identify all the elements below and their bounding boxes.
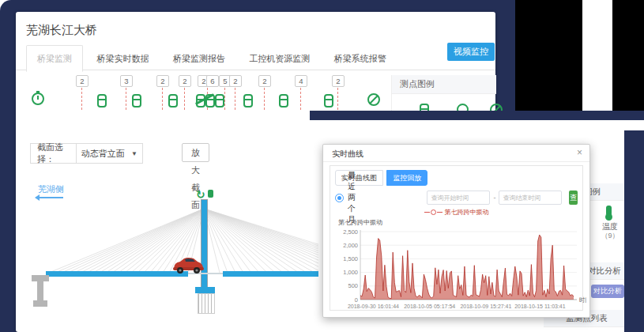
svg-text:2018-10-05 05:17:54: 2018-10-05 05:17:54 [404, 304, 455, 309]
sensor-count-badge[interactable]: 2 [332, 75, 345, 87]
radio-label: 最近两个月 [348, 170, 360, 225]
close-icon[interactable]: × [577, 147, 582, 158]
car-image [171, 256, 205, 275]
legend-marker-icon [431, 209, 436, 215]
svg-text:500: 500 [348, 282, 358, 289]
svg-text:1,000: 1,000 [343, 269, 358, 276]
modal-title: 实时曲线 [332, 149, 363, 160]
tower-pier [198, 293, 215, 314]
chart-legend: 第七跨跨中振动 [335, 207, 578, 217]
chart-y-title: 第七跨跨中振动 [338, 218, 578, 227]
link-sensor-icon[interactable] [243, 94, 253, 108]
link-sensor-icon[interactable] [168, 94, 178, 108]
sensor-count-badge[interactable]: 2 [229, 75, 242, 87]
sensor-dash-line [300, 88, 301, 110]
chevron-down-icon: ▼ [131, 150, 137, 157]
stopwatch-icon[interactable] [32, 92, 44, 105]
section-select-group: 截面选择： 动态背立面 ▼ [30, 143, 143, 164]
svg-text:2,500: 2,500 [343, 228, 358, 236]
link-sensor-icon[interactable] [279, 94, 288, 108]
abutment-base [33, 300, 47, 307]
tower-sensor-icon[interactable] [208, 190, 213, 198]
ban-icon[interactable] [367, 93, 380, 106]
query-start-time-input[interactable] [427, 191, 490, 205]
svg-text:2,000: 2,000 [343, 242, 358, 249]
bridge-tower [201, 199, 208, 295]
date-range-separator: - [493, 194, 495, 202]
video-window-2[interactable] [612, 0, 644, 111]
modal-body: 实时曲线图 监控回放 最近两个月 - 查询 第七跨跨中振动 第七跨跨中振动 05… [330, 165, 583, 311]
svg-text:0: 0 [355, 296, 358, 304]
modal-header: 实时曲线 × [323, 145, 589, 162]
enlarge-section-button[interactable]: 放大截面 [182, 143, 209, 162]
realtime-curve-modal: 实时曲线 × 实时曲线图 监控回放 最近两个月 - 查询 第七跨跨中振动 [322, 144, 590, 318]
sensor-count-badge[interactable]: 2 [179, 75, 191, 87]
legend-line [424, 212, 430, 213]
abutment [32, 275, 49, 281]
bridge-deck-left [46, 271, 188, 277]
vibration-chart: 05001,0001,5002,0002,5002018-09-30 16:01… [335, 227, 586, 325]
desktop-gap [310, 111, 644, 120]
sensor-count-badge[interactable]: 4 [295, 75, 307, 87]
link-sensor-icon[interactable] [215, 94, 224, 108]
sensor-dash-line [81, 88, 82, 110]
svg-text:2018-10-15 11:03:41: 2018-10-15 11:03:41 [514, 304, 566, 309]
sensor-dash-line [264, 88, 265, 110]
tab-monitor-playback[interactable]: 监控回放 [386, 170, 427, 186]
sensor-count-badge[interactable]: 2 [76, 75, 89, 87]
sensor-dash-line [224, 88, 225, 110]
sensor-dash-line [162, 88, 163, 110]
section-select-value: 动态背立面 [81, 148, 125, 160]
rotate-sensor-icon[interactable]: ↻ [196, 188, 205, 201]
tower-pier-cap [195, 287, 215, 293]
sensor-dash-line [126, 88, 126, 110]
link-sensor-icon[interactable] [324, 94, 333, 108]
query-button[interactable]: 查询 [569, 191, 578, 205]
svg-text:1,500: 1,500 [343, 255, 358, 262]
sensor-dash-line [184, 88, 185, 110]
sensor-dash-line [235, 88, 235, 110]
sensor-count-badge[interactable]: 6 [206, 75, 219, 87]
sensor-count-badge[interactable]: 3 [120, 75, 133, 87]
legend-panel-title: 测点图例 [392, 75, 496, 94]
legend-line [437, 212, 443, 213]
sensor-count-badge[interactable]: 2 [156, 75, 169, 87]
link-sensor-icon[interactable] [97, 94, 107, 108]
query-end-time-input[interactable] [499, 191, 562, 205]
sensor-dash-line [337, 88, 338, 110]
svg-text:时间: 时间 [579, 296, 586, 304]
thermometer-icon[interactable] [606, 206, 612, 216]
legend-label: 第七跨跨中振动 [445, 208, 489, 217]
abutment-stem [37, 281, 43, 300]
query-controls: 最近两个月 - 查询 [335, 190, 578, 206]
section-select-dropdown[interactable]: 动态背立面 ▼ [76, 144, 142, 163]
modal-tab-group: 实时曲线图 监控回放 [335, 170, 578, 186]
radio-last-two-months[interactable] [335, 194, 344, 202]
screenshot-stage: 芜湖长江大桥 桥梁监测 桥梁实时数据 桥梁监测报告 工控机资源监测 桥梁系统报警… [0, 0, 644, 332]
svg-text:2018-09-30 16:01:44: 2018-09-30 16:01:44 [348, 304, 399, 309]
section-select-label: 截面选择： [31, 141, 76, 165]
video-window[interactable] [515, 0, 582, 111]
bridge-deck-right [223, 271, 322, 277]
compare-analysis-button[interactable]: 对比分析 [591, 285, 624, 298]
link-sensor-icon[interactable] [132, 94, 141, 108]
svg-text:2018-10-09 15:27:41: 2018-10-09 15:27:41 [460, 304, 511, 309]
temperature-count: （9） [597, 231, 623, 241]
sensor-count-badge[interactable]: 2 [258, 75, 271, 87]
